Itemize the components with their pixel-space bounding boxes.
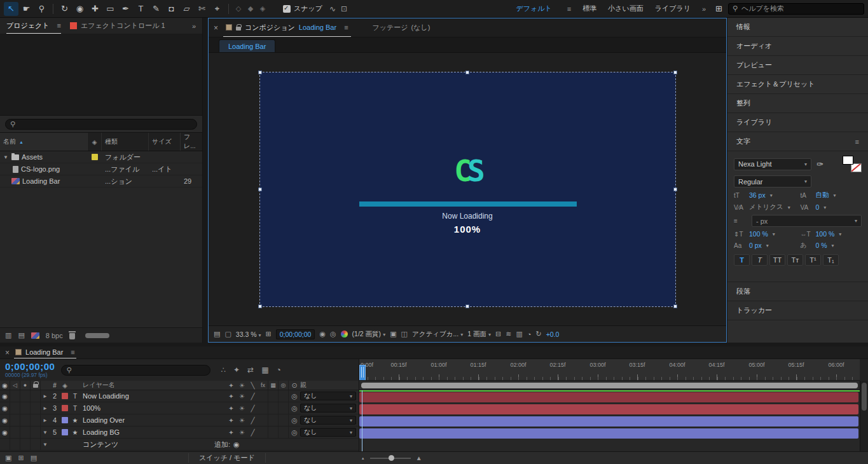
selection-handle[interactable] <box>258 304 262 308</box>
brush-tool-button[interactable]: ✎ <box>149 2 163 16</box>
viewer-tab-loading-bar[interactable]: Loading Bar <box>219 39 275 52</box>
pen-tool-button[interactable]: ✒ <box>118 2 133 16</box>
fill-color-swatch[interactable] <box>843 156 853 165</box>
selection-handle[interactable] <box>258 188 262 191</box>
trash-icon[interactable] <box>69 333 75 339</box>
close-icon[interactable]: × <box>5 348 10 357</box>
quality-switch-icon[interactable]: ╱ <box>247 414 258 426</box>
layer-name[interactable]: Loading BG <box>80 426 226 438</box>
panel-library[interactable]: ライブラリ <box>727 113 868 132</box>
layer-label-swatch[interactable] <box>60 426 70 438</box>
hand-tool-button[interactable]: ☛ <box>19 2 34 16</box>
project-item-cs-logo[interactable]: CS-logo.png ...ファイル ...イト <box>0 163 202 175</box>
tab-effect-controls[interactable]: エフェクトコントロール 1 <box>70 18 165 34</box>
mini-timeline-icon[interactable]: ▥ <box>516 330 522 338</box>
layer-duration-bar[interactable] <box>359 392 858 402</box>
add-property-control[interactable]: 追加: ◉ <box>214 440 289 449</box>
grid-guides-icon[interactable]: ⊞ <box>266 330 272 338</box>
shape-tool-button[interactable]: ▭ <box>103 2 118 16</box>
pan-behind-tool-button[interactable]: ✚ <box>88 2 102 16</box>
workspace-panel-icon[interactable]: ⊞ <box>715 4 722 13</box>
new-composition-icon[interactable] <box>31 332 39 339</box>
text-color-swatches[interactable] <box>843 156 862 172</box>
parent-pick-whip-icon[interactable]: ◎ <box>289 402 300 414</box>
label-color-swatch[interactable] <box>92 166 98 172</box>
selection-handle[interactable] <box>673 188 677 191</box>
switches-modes-toggle[interactable]: スイッチ / モード <box>188 453 266 463</box>
parent-pick-whip-icon[interactable]: ◎ <box>289 426 300 438</box>
snapshot-camera-icon[interactable]: ◉ <box>319 330 326 338</box>
layer-duration-bar[interactable] <box>359 428 858 439</box>
scrollbar-handle[interactable] <box>862 383 867 411</box>
stroke-width-select[interactable]: - px▾ <box>752 215 862 227</box>
label-color-swatch[interactable] <box>92 154 98 160</box>
active-camera-dropdown[interactable]: アクティブカ...▾ <box>412 330 463 339</box>
label-color-swatch[interactable] <box>92 178 98 184</box>
playhead-line[interactable] <box>362 390 362 451</box>
selection-handle[interactable] <box>673 71 677 74</box>
clone-stamp-tool-button[interactable]: ◘ <box>164 2 179 16</box>
workspace-library[interactable]: ライブラリ <box>655 4 691 13</box>
lock-column-icon[interactable] <box>31 381 41 390</box>
visibility-eye-icon[interactable]: ◉ <box>0 390 10 402</box>
layer-row-loading-over[interactable]: ◉ ► 4 ★ Loading Over ✦ ☀ ╱ ◎ <box>0 414 359 426</box>
frame-blend-column-icon[interactable]: ▦ <box>268 381 279 390</box>
graph-editor-icon[interactable]: ◔ <box>277 365 281 374</box>
adjustment-column-icon[interactable]: ⊙ <box>289 381 300 390</box>
frame-blending-icon[interactable]: ⇄ <box>247 365 254 374</box>
tsume-control[interactable]: あ 0 %▾ <box>801 241 862 250</box>
collapse-switch-icon[interactable]: ☀ <box>237 402 247 414</box>
eyedropper-icon[interactable]: ✑ <box>816 160 823 169</box>
selection-handle[interactable] <box>258 71 262 74</box>
panel-character[interactable]: 文字 ≡ <box>727 132 868 151</box>
snap-wave-icon[interactable]: ∿ <box>329 4 336 13</box>
comp-flow-icon[interactable]: ◔ <box>527 331 532 338</box>
panel-paragraph[interactable]: 段落 <box>727 282 868 301</box>
layer-label-swatch[interactable] <box>60 402 70 414</box>
motion-blur-icon[interactable]: ▦ <box>261 365 268 374</box>
zoom-tool-button[interactable]: ⚲ <box>34 2 49 16</box>
parent-dropdown[interactable]: なし▾ <box>300 414 359 426</box>
expand-transfer-controls-icon[interactable]: ⊞ <box>18 454 24 462</box>
zoom-slider-handle[interactable] <box>389 455 394 461</box>
rotation-tool-button[interactable]: ↻ <box>57 2 72 16</box>
superscript-button[interactable]: T¹ <box>805 254 821 266</box>
comp-mini-flowchart-icon[interactable]: ∴ <box>221 365 226 374</box>
composition-canvas[interactable]: CS Now Loadiding 100% <box>260 72 675 306</box>
stroke-color-swatch[interactable] <box>851 163 862 172</box>
panel-effects-presets[interactable]: エフェクト＆プリセット <box>727 75 868 94</box>
workspace-default[interactable]: デフォルト <box>516 4 551 13</box>
parent-dropdown[interactable]: なし▾ <box>300 390 359 402</box>
parent-pick-whip-icon[interactable]: ◎ <box>289 390 300 402</box>
shy-switch-icon[interactable]: ✦ <box>226 414 237 426</box>
quality-switch-icon[interactable]: ╱ <box>247 426 258 438</box>
workspace-menu-icon[interactable]: ≡ <box>567 5 571 13</box>
video-column-icon[interactable]: ◉ <box>0 381 10 390</box>
twirl-right-icon[interactable]: ► <box>41 390 50 402</box>
tab-composition[interactable]: コンポジション Loading Bar ≡ <box>223 18 351 37</box>
exposure-value[interactable]: +0.0 <box>546 331 560 338</box>
layer-name[interactable]: Now Loadiding <box>80 390 226 402</box>
tracking-control[interactable]: VA 0▾ <box>801 203 862 211</box>
column-fps[interactable]: フレ... <box>181 133 202 151</box>
view-layout-icon[interactable]: ▤ <box>214 330 220 338</box>
collapse-switch-icon[interactable]: ☀ <box>237 390 247 402</box>
visibility-eye-icon[interactable]: ◉ <box>0 414 10 426</box>
twirl-right-icon[interactable]: ► <box>41 402 50 414</box>
twirl-down-icon[interactable]: ▼ <box>41 426 50 438</box>
column-type[interactable]: 種類 <box>102 133 149 151</box>
panel-menu-icon[interactable]: ≡ <box>71 348 74 356</box>
interpret-footage-icon[interactable]: ▥ <box>5 331 11 339</box>
timeline-track-area[interactable] <box>359 390 860 451</box>
index-column-header[interactable]: # <box>50 381 60 390</box>
collapse-switch-icon[interactable]: ☀ <box>237 426 247 438</box>
all-caps-button[interactable]: TT <box>769 254 785 266</box>
selection-handle[interactable] <box>673 304 677 308</box>
horizontal-scrollbar[interactable] <box>85 333 109 338</box>
zoom-out-mountain-icon[interactable]: ▲ <box>361 456 365 460</box>
expand-inout-icon[interactable]: ▤ <box>31 454 37 462</box>
baseline-shift-control[interactable]: Aa 0 px▾ <box>734 242 796 249</box>
contents-group-row[interactable]: ▼ コンテンツ 追加: ◉ <box>0 439 359 451</box>
region-of-interest-icon[interactable]: ▣ <box>390 330 396 338</box>
parent-dropdown[interactable]: なし▾ <box>300 426 359 438</box>
